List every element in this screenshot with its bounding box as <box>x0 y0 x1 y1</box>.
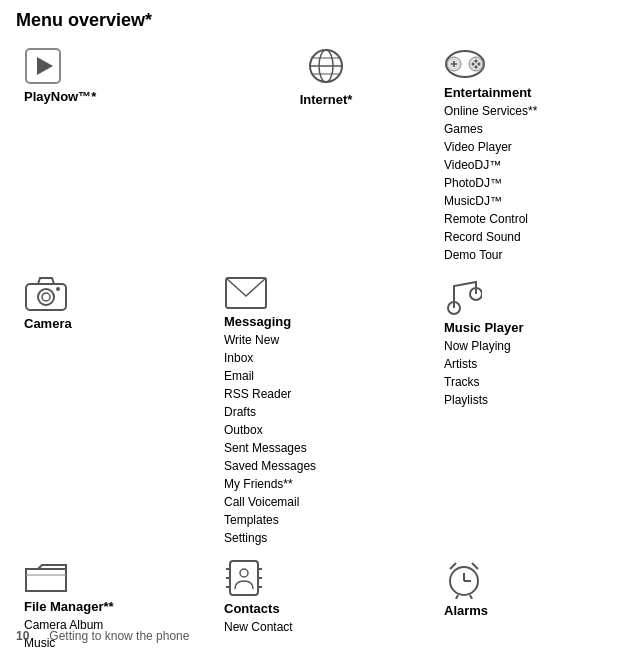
folder-icon <box>24 559 208 595</box>
internet-title: Internet* <box>224 92 428 107</box>
list-item: Drafts <box>224 403 428 421</box>
list-item: Outbox <box>224 421 428 439</box>
footer-number: 10 <box>16 629 29 643</box>
list-item: Games <box>444 120 642 138</box>
svg-point-9 <box>469 57 483 71</box>
list-item: Record Sound <box>444 228 642 246</box>
svg-rect-16 <box>26 284 66 310</box>
playnow-title: PlayNow™* <box>24 89 208 104</box>
list-item: MusicDJ™ <box>444 192 642 210</box>
camera-title: Camera <box>24 316 208 331</box>
list-item: New Contact <box>224 618 428 636</box>
svg-line-35 <box>450 563 456 569</box>
list-item: Tracks <box>444 373 642 391</box>
cell-internet: Internet* <box>216 41 436 270</box>
list-item: My Friends** <box>224 475 428 493</box>
list-item: Playlists <box>444 391 642 409</box>
svg-line-36 <box>472 563 478 569</box>
cell-alarms: Alarms <box>436 553 642 653</box>
cell-camera: Camera <box>16 270 216 553</box>
page: Menu overview* PlayNow™* <box>0 0 642 653</box>
list-item: Saved Messages <box>224 457 428 475</box>
globe-icon <box>307 47 345 85</box>
music-icon <box>444 276 642 316</box>
list-item: Inbox <box>224 349 428 367</box>
list-item: Video Player <box>444 138 642 156</box>
list-item: VideoDJ™ <box>444 156 642 174</box>
cell-messaging: Messaging Write New Inbox Email RSS Read… <box>216 270 436 553</box>
svg-point-13 <box>475 60 478 63</box>
footer: 10 Getting to know the phone <box>16 629 189 643</box>
list-item: Online Services** <box>444 102 642 120</box>
list-item: Now Playing <box>444 337 642 355</box>
cell-playnow: PlayNow™* <box>16 41 216 270</box>
svg-point-17 <box>38 289 54 305</box>
cell-musicplayer: Music Player Now Playing Artists Tracks … <box>436 270 642 553</box>
svg-line-38 <box>470 595 472 599</box>
cell-entertainment: Entertainment Online Services** Games Vi… <box>436 41 642 270</box>
svg-point-31 <box>240 569 248 577</box>
svg-line-37 <box>456 595 458 599</box>
list-item: RSS Reader <box>224 385 428 403</box>
gamepad-icon <box>444 47 642 81</box>
page-title: Menu overview* <box>16 10 626 31</box>
filemanager-title: File Manager** <box>24 599 208 614</box>
list-item: Artists <box>444 355 642 373</box>
entertainment-title: Entertainment <box>444 85 642 100</box>
footer-text: Getting to know the phone <box>49 629 189 643</box>
messaging-title: Messaging <box>224 314 428 329</box>
svg-rect-24 <box>230 561 258 595</box>
messaging-list: Write New Inbox Email RSS Reader Drafts … <box>224 331 428 547</box>
svg-point-19 <box>56 287 60 291</box>
list-item: Email <box>224 367 428 385</box>
menu-grid: PlayNow™* Internet* <box>16 41 626 653</box>
svg-point-14 <box>478 63 481 66</box>
camera-icon <box>24 276 208 312</box>
play-icon <box>24 47 208 85</box>
contacts-title: Contacts <box>224 601 428 616</box>
contacts-icon <box>224 559 428 597</box>
musicplayer-list: Now Playing Artists Tracks Playlists <box>444 337 642 409</box>
entertainment-list: Online Services** Games Video Player Vid… <box>444 102 642 264</box>
contacts-list: New Contact <box>224 618 428 636</box>
list-item: PhotoDJ™ <box>444 174 642 192</box>
cell-contacts: Contacts New Contact <box>216 553 436 653</box>
list-item: Call Voicemail <box>224 493 428 511</box>
alarm-icon <box>444 559 642 599</box>
list-item: Remote Control <box>444 210 642 228</box>
list-item: Write New <box>224 331 428 349</box>
svg-point-18 <box>42 293 50 301</box>
alarms-title: Alarms <box>444 603 642 618</box>
svg-marker-1 <box>37 57 53 75</box>
list-item: Sent Messages <box>224 439 428 457</box>
svg-point-15 <box>475 66 478 69</box>
svg-point-12 <box>472 63 475 66</box>
list-item: Settings <box>224 529 428 547</box>
list-item: Demo Tour <box>444 246 642 264</box>
envelope-icon <box>224 276 428 310</box>
musicplayer-title: Music Player <box>444 320 642 335</box>
list-item: Templates <box>224 511 428 529</box>
